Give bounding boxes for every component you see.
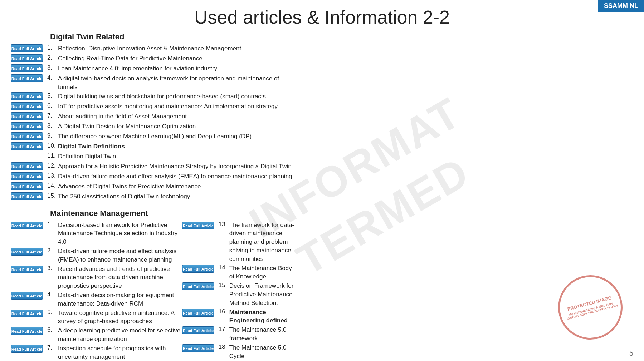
read-full-article-button[interactable]: Read Full Article (11, 162, 43, 170)
read-full-article-button[interactable]: Read Full Article (11, 92, 43, 100)
article-text: A Digital Twin Design for Maintenance Op… (58, 122, 196, 131)
article-text: The difference between Machine Learning(… (58, 132, 252, 141)
digital-twin-section: Digital Twin Related Read Full Article1.… (11, 32, 297, 202)
article-text: Digital Twin Definitions (58, 142, 125, 151)
list-item: Read Full Article12.Approach for a Holis… (11, 162, 297, 172)
item-number: 3. (47, 265, 58, 272)
list-item: Read Full Article2.Data-driven failure m… (11, 247, 182, 264)
read-full-article-button[interactable]: Read Full Article (182, 222, 214, 229)
maintenance-section: Maintenance Management Read Full Article… (11, 209, 297, 361)
article-text: IoT for predictive assets monitoring and… (58, 102, 278, 111)
read-full-article-button[interactable]: Read Full Article (11, 142, 43, 150)
article-text: Maintenance Engineering defined (229, 308, 297, 325)
item-number: 10. (47, 142, 58, 149)
item-number: 14. (47, 182, 58, 189)
item-number: 4. (47, 74, 58, 81)
read-full-article-button[interactable]: Read Full Article (11, 222, 43, 229)
item-number: 15. (219, 282, 229, 289)
read-full-article-button[interactable]: Read Full Article (11, 122, 43, 130)
item-number: 13. (219, 221, 229, 228)
content-area: Digital Twin Related Read Full Article1.… (0, 32, 644, 361)
list-item: Read Full Article17.The Maintenance 5.0 … (182, 326, 297, 343)
read-full-article-button[interactable]: Read Full Article (11, 112, 43, 120)
article-text: Advances of Digital Twins for Predictive… (58, 182, 201, 191)
article-text: The 250 classifications of Digital Twin … (58, 192, 190, 201)
read-full-article-button[interactable]: Read Full Article (11, 248, 43, 256)
list-item: Read Full Article1.Decision-based framew… (11, 221, 182, 246)
list-item: Read Full Article9.The difference betwee… (11, 132, 297, 142)
item-number: 18. (219, 343, 229, 351)
maintenance-title: Maintenance Management (50, 209, 297, 218)
item-number: 17. (219, 326, 229, 333)
item-number: 1. (47, 44, 58, 51)
read-full-article-button[interactable]: Read Full Article (11, 266, 43, 273)
read-full-article-button[interactable]: Read Full Article (11, 132, 43, 140)
read-full-article-button[interactable]: Read Full Article (11, 310, 43, 317)
read-full-article-button[interactable]: Read Full Article (182, 326, 214, 334)
maintenance-list: Read Full Article13.The framework for da… (182, 221, 297, 361)
item-number: 14. (219, 264, 229, 271)
item-number: 13. (47, 172, 58, 179)
read-full-article-button[interactable]: Read Full Article (11, 182, 43, 190)
item-number: 12. (47, 162, 58, 169)
read-full-article-button[interactable]: Read Full Article (11, 74, 43, 82)
article-text: The framework for data-driven maintenanc… (229, 221, 297, 263)
item-number: 3. (47, 64, 58, 71)
list-item: Read Full Article3.Lean Maintenance 4.0:… (11, 64, 297, 74)
read-full-article-button[interactable]: Read Full Article (11, 192, 43, 200)
article-text: Lean Maintenance 4.0: implementation for… (58, 64, 217, 73)
item-number: 5. (47, 309, 58, 316)
read-full-article-button[interactable]: Read Full Article (182, 344, 214, 352)
item-number: 2. (47, 247, 58, 254)
page-title: Used articles & Information 2-2 (0, 0, 644, 32)
list-item: Read Full Article15.The 250 classificati… (11, 192, 297, 202)
read-full-article-button[interactable]: Read Full Article (182, 282, 214, 290)
maint-left: Read Full Article1.Decision-based framew… (11, 221, 182, 361)
article-text: Recent advances and trends of predictive… (58, 265, 182, 290)
maintenance-list: Read Full Article1.Decision-based framew… (11, 221, 182, 361)
read-full-article-button[interactable]: Read Full Article (182, 309, 214, 317)
item-number: 6. (47, 102, 58, 109)
read-full-article-button[interactable]: Read Full Article (182, 265, 214, 273)
list-item: Read Full Article2.Collecting Real-Time … (11, 54, 297, 64)
read-full-article-button[interactable]: Read Full Article (11, 292, 43, 300)
item-number: 4. (47, 291, 58, 298)
list-item: Read Full Article14.Advances of Digital … (11, 182, 297, 192)
top-badge: SSAMM NL (598, 0, 644, 12)
list-item: Read Full Article5.Digital building twin… (11, 92, 297, 102)
read-full-article-button[interactable]: Read Full Article (11, 64, 43, 72)
article-text: The Maintenance Body of Knowledge (229, 264, 297, 281)
item-number: 7. (47, 344, 58, 351)
list-item: Read Full Article4.Data-driven decision-… (11, 291, 182, 308)
read-full-article-button[interactable]: Read Full Article (11, 44, 43, 52)
item-number: 1. (47, 221, 58, 228)
list-item: Read Full Article5.Toward cognitive pred… (11, 309, 182, 326)
read-full-article-button[interactable]: Read Full Article (11, 172, 43, 180)
article-text: Decision Framework for Predictive Mainte… (229, 282, 297, 307)
article-text: Data-driven failure mode and effect anal… (58, 172, 292, 181)
article-text: A deep learning predictive model for sel… (58, 326, 182, 343)
article-text: Digital building twins and blockchain fo… (58, 92, 266, 101)
list-item: Read Full Article16.Maintenance Engineer… (182, 308, 297, 325)
article-text: The Maintenance 5.0 framework (229, 326, 297, 343)
list-item: Read Full Article4.A digital twin-based … (11, 74, 297, 92)
read-full-article-button[interactable]: Read Full Article (11, 102, 43, 110)
read-full-article-button[interactable]: Read Full Article (11, 54, 43, 62)
item-number: 9. (47, 132, 58, 139)
read-full-article-button[interactable]: Read Full Article (11, 345, 43, 353)
item-number: 8. (47, 122, 58, 129)
list-item: Read Full Article7.About auditing in the… (11, 112, 297, 122)
left-column: Digital Twin Related Read Full Article1.… (11, 32, 304, 361)
button-placeholder (11, 152, 43, 160)
list-item: Read Full Article6.IoT for predictive as… (11, 102, 297, 112)
item-number: 2. (47, 54, 58, 61)
maintenance-lists: Read Full Article1.Decision-based framew… (11, 221, 297, 361)
article-text: Toward cognitive predictive maintenance:… (58, 309, 182, 326)
article-text: Approach for a Holistic Predictive Maint… (58, 162, 292, 171)
list-item: Read Full Article18.The Maintenance 5.0 … (182, 343, 297, 361)
article-text: Data-driven failure mode and effect anal… (58, 247, 182, 264)
list-item: Read Full Article10.Digital Twin Definit… (11, 142, 297, 152)
article-text: Reflection: Disruptive Innovation Asset … (58, 44, 241, 53)
read-full-article-button[interactable]: Read Full Article (11, 327, 43, 335)
list-item: Read Full Article13.The framework for da… (182, 221, 297, 263)
